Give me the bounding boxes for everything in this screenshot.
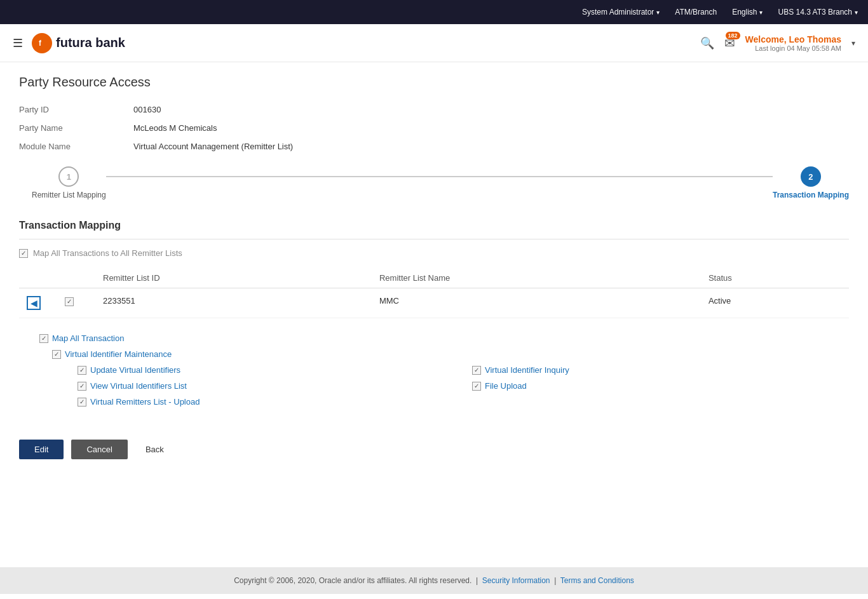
system-admin-label: System Administrator — [582, 8, 654, 17]
col-status: Status — [701, 268, 849, 288]
transaction-mapping-title: Transaction Mapping — [19, 220, 849, 231]
remitter-list-id-value: 2233551 — [103, 296, 135, 306]
virtual-identifier-maintenance-label: Virtual Identifier Maintenance — [65, 349, 172, 359]
col-remitter-list-id: Remitter List ID — [95, 268, 372, 288]
top-bar: System Administrator ▾ ATM/Branch Englis… — [0, 0, 868, 24]
virtual-identifier-inquiry-checkbox[interactable] — [472, 366, 481, 375]
row-checkbox-cell — [57, 288, 95, 318]
stepper: 1 Remitter List Mapping 2 Transaction Ma… — [19, 166, 849, 199]
view-virtual-identifiers-checkbox[interactable] — [78, 382, 86, 391]
branch-label: UBS 14.3 AT3 Branch — [778, 8, 852, 17]
sub-items-row: Map All Transaction Virtual Identifier M… — [19, 318, 849, 421]
section-divider — [19, 239, 849, 239]
expand-cell: ◀ — [19, 288, 57, 318]
virtual-remitters-upload-checkbox[interactable] — [78, 398, 86, 407]
map-all-transaction-checkbox[interactable] — [39, 334, 48, 343]
system-admin-chevron-icon: ▾ — [656, 9, 660, 16]
party-name-value: McLeods M Chemicals — [133, 123, 217, 133]
logo-icon: f — [32, 33, 52, 53]
view-virtual-identifiers-label: View Virtual Identifiers List — [90, 381, 187, 391]
row-checkbox[interactable] — [65, 297, 74, 306]
map-all-label: Map All Transactions to All Remitter Lis… — [33, 248, 182, 258]
logo-text: futura bank — [56, 36, 125, 50]
user-info: Welcome, Leo Thomas Last login 04 May 05… — [745, 34, 841, 52]
header-right: 🔍 ✉ 182 Welcome, Leo Thomas Last login 0… — [700, 34, 855, 52]
step-1-circle: 1 — [58, 166, 79, 187]
user-chevron-icon[interactable]: ▾ — [851, 39, 855, 48]
virtual-identifier-section: Virtual Identifier Maintenance Update Vi… — [39, 349, 841, 407]
virtual-identifier-inquiry-label: Virtual Identifier Inquiry — [485, 365, 569, 375]
party-id-row: Party ID 001630 — [19, 105, 849, 114]
module-name-value: Virtual Account Management (Remitter Lis… — [133, 142, 293, 151]
party-name-label: Party Name — [19, 123, 133, 133]
sub-section: Map All Transaction Virtual Identifier M… — [27, 333, 841, 407]
language-menu[interactable]: English ▾ — [732, 8, 763, 17]
virtual-identifier-inquiry-item: Virtual Identifier Inquiry — [472, 365, 841, 375]
hamburger-menu-icon[interactable]: ☰ — [13, 36, 23, 50]
sub-items-cell: Map All Transaction Virtual Identifier M… — [19, 318, 849, 421]
update-virtual-identifiers-item: Update Virtual Identifiers — [78, 365, 447, 375]
map-all-checkbox[interactable] — [19, 249, 28, 258]
step-1-label: Remitter List Mapping — [32, 191, 106, 199]
step-2-label: Transaction Mapping — [773, 191, 849, 199]
back-button[interactable]: Back — [135, 440, 174, 459]
terms-link[interactable]: Terms and Conditions — [560, 576, 634, 585]
party-id-value: 001630 — [133, 105, 161, 114]
header: ☰ f futura bank 🔍 ✉ 182 Welcome, Leo Tho… — [0, 24, 868, 62]
party-id-label: Party ID — [19, 105, 133, 114]
virtual-identifier-maintenance-checkbox[interactable] — [52, 350, 61, 359]
branch-chevron-icon: ▾ — [855, 9, 858, 16]
map-all-transaction-row: Map All Transaction — [39, 333, 841, 343]
party-info-section: Party ID 001630 Party Name McLeods M Che… — [19, 105, 849, 151]
footer: Copyright © 2006, 2020, Oracle and/or it… — [0, 567, 868, 594]
file-upload-checkbox[interactable] — [472, 382, 481, 391]
mail-badge: 182 — [726, 32, 740, 39]
page-container: Party Resource Access Party ID 001630 Pa… — [0, 62, 868, 567]
footer-copyright: Copyright © 2006, 2020, Oracle and/or it… — [234, 576, 471, 585]
module-name-row: Module Name Virtual Account Management (… — [19, 142, 849, 151]
map-all-transaction-label: Map All Transaction — [52, 333, 124, 343]
virtual-remitters-upload-label: Virtual Remitters List - Upload — [90, 397, 200, 407]
remitter-list-name-cell: MMC — [372, 288, 701, 318]
module-name-label: Module Name — [19, 142, 133, 151]
search-icon[interactable]: 🔍 — [700, 36, 714, 50]
atm-branch-menu[interactable]: ATM/Branch — [675, 8, 717, 17]
logo: f futura bank — [32, 33, 125, 53]
security-info-link[interactable]: Security Information — [482, 576, 550, 585]
file-upload-item: File Upload — [472, 381, 841, 391]
remitter-list-id-cell: 2233551 — [95, 288, 372, 318]
virtual-remitters-upload-item: Virtual Remitters List - Upload — [78, 397, 447, 407]
status-value: Active — [709, 296, 731, 306]
col-checkbox — [57, 268, 95, 288]
atm-branch-label: ATM/Branch — [675, 8, 717, 17]
user-last-login: Last login 04 May 05:58 AM — [745, 44, 841, 52]
remitter-list-name-value: MMC — [379, 296, 399, 306]
language-chevron-icon: ▾ — [759, 9, 763, 16]
update-virtual-identifiers-checkbox[interactable] — [78, 366, 86, 375]
step-2-circle: 2 — [801, 166, 821, 187]
branch-menu[interactable]: UBS 14.3 AT3 Branch ▾ — [778, 8, 858, 17]
step-1: 1 Remitter List Mapping — [32, 166, 106, 199]
file-upload-label: File Upload — [485, 381, 527, 391]
update-virtual-identifiers-label: Update Virtual Identifiers — [90, 365, 180, 375]
remitter-list-table: Remitter List ID Remitter List Name Stat… — [19, 268, 849, 421]
view-virtual-identifiers-item: View Virtual Identifiers List — [78, 381, 447, 391]
edit-button[interactable]: Edit — [19, 440, 64, 459]
expand-button[interactable]: ◀ — [27, 296, 41, 310]
step-2: 2 Transaction Mapping — [773, 166, 849, 199]
mail-icon-wrapper[interactable]: ✉ 182 — [724, 36, 735, 51]
table-row: ◀ 2233551 MMC Active — [19, 288, 849, 318]
user-welcome: Welcome, Leo Thomas — [745, 34, 841, 44]
cancel-button[interactable]: Cancel — [71, 440, 127, 459]
virtual-identifier-maintenance-row: Virtual Identifier Maintenance — [52, 349, 841, 359]
party-name-row: Party Name McLeods M Chemicals — [19, 123, 849, 133]
system-admin-menu[interactable]: System Administrator ▾ — [582, 8, 660, 17]
col-remitter-list-name: Remitter List Name — [372, 268, 701, 288]
col-expand — [19, 268, 57, 288]
step-connector-line — [106, 176, 773, 177]
page-title: Party Resource Access — [19, 75, 849, 90]
map-all-checkbox-row: Map All Transactions to All Remitter Lis… — [19, 248, 849, 258]
svg-point-0 — [36, 37, 48, 50]
language-label: English — [732, 8, 757, 17]
status-cell: Active — [701, 288, 849, 318]
